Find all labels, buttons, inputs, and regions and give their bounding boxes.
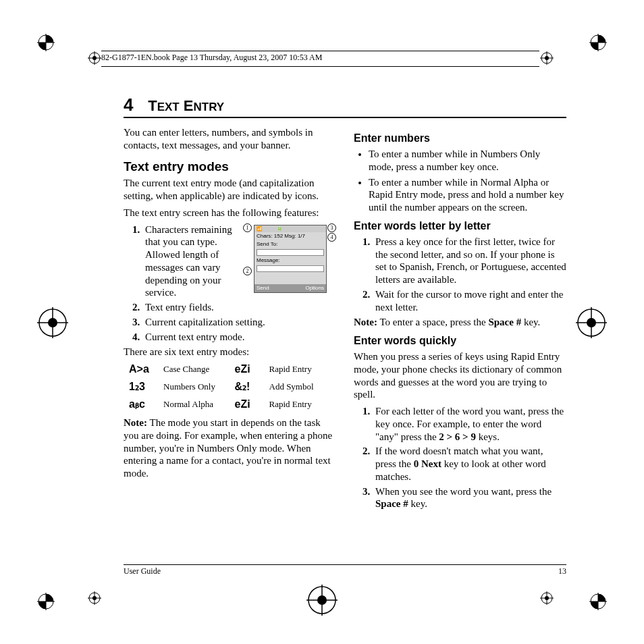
print-header: 82-G1877-1EN.book Page 13 Thursday, Augu… bbox=[101, 51, 539, 67]
svg-point-19 bbox=[545, 56, 549, 60]
note-label: Note: bbox=[124, 417, 147, 428]
body-text: When you press a series of keys using Ra… bbox=[354, 350, 566, 401]
message-input bbox=[257, 265, 324, 272]
svg-point-15 bbox=[92, 56, 97, 60]
intro-text: You can enter letters, numbers, and symb… bbox=[124, 126, 336, 152]
footer-left: User Guide bbox=[124, 566, 161, 576]
case-change-icon: A>a bbox=[129, 363, 159, 376]
chapter-heading: 4 TEXT ENTRY bbox=[124, 95, 566, 118]
mode-label: Add Symbol bbox=[269, 381, 337, 392]
rapid-entry-icon: eZi bbox=[235, 398, 265, 411]
modes-table: A>a Case Change eZi Rapid Entry 1₂3 Numb… bbox=[129, 363, 336, 411]
mode-label: Normal Alpha bbox=[163, 399, 231, 410]
numbers-only-icon: 1₂3 bbox=[129, 380, 159, 394]
note-text: Note: To enter a space, press the Space … bbox=[354, 316, 566, 329]
registration-target-icon bbox=[37, 307, 68, 338]
page-body: 4 TEXT ENTRY You can enter letters, numb… bbox=[124, 95, 566, 576]
callout-2: 2 bbox=[243, 267, 252, 275]
softkey-right: Options bbox=[305, 285, 324, 292]
rapid-entry-icon: eZi bbox=[235, 363, 265, 376]
page-footer: User Guide 13 bbox=[124, 564, 566, 576]
chars-remaining: Chars: 152 Msg: 1/7 bbox=[254, 232, 326, 240]
key-name: Space # bbox=[375, 498, 408, 509]
body-text: The text entry screen has the following … bbox=[124, 207, 336, 219]
phone-screenshot: 1 3 4 2 📶 🔋 Chars: 152 Msg: 1/7 Send To:… bbox=[243, 225, 336, 294]
chapter-title: TEXT ENTRY bbox=[148, 97, 224, 114]
numbered-list: Press a key once for the first letter, t… bbox=[354, 236, 566, 314]
registration-target-icon bbox=[306, 585, 338, 616]
normal-alpha-icon: aᵦc bbox=[129, 398, 159, 411]
mode-label: Numbers Only bbox=[163, 381, 231, 392]
note-text: Note: The mode you start in depends on t… bbox=[124, 417, 336, 480]
crop-mark-icon bbox=[37, 593, 55, 610]
section-heading-quick: Enter words quickly bbox=[354, 334, 566, 348]
mode-label: Rapid Entry bbox=[269, 364, 337, 375]
list-item: If the word doesn't match what you want,… bbox=[373, 445, 566, 483]
header-text: 82-G1877-1EN.book Page 13 Thursday, Augu… bbox=[101, 53, 322, 62]
softkey-left: Send bbox=[257, 285, 269, 292]
list-item: Text entry fields. bbox=[142, 301, 336, 314]
crop-mark-icon bbox=[589, 34, 607, 51]
svg-point-35 bbox=[317, 595, 327, 605]
body-text: There are six text entry modes: bbox=[124, 346, 336, 358]
list-item: Wait for the cursor to move right and en… bbox=[373, 288, 566, 314]
list-item: Press a key once for the first letter, t… bbox=[373, 236, 566, 286]
status-bar: 📶 🔋 bbox=[254, 225, 326, 233]
bullet-list: To enter a number while in Numbers Only … bbox=[354, 148, 566, 214]
add-symbol-icon: &₂! bbox=[235, 380, 265, 394]
chapter-number: 4 bbox=[124, 95, 133, 115]
note-label: Note: bbox=[354, 317, 377, 327]
list-item: For each letter of the word you want, pr… bbox=[373, 405, 566, 443]
key-name: 2 > 6 > 9 bbox=[439, 431, 476, 442]
key-name: Space # bbox=[488, 317, 521, 327]
svg-point-31 bbox=[92, 596, 97, 600]
section-heading-modes: Text entry modes bbox=[124, 159, 336, 175]
section-heading-letter: Enter words letter by letter bbox=[354, 219, 566, 233]
footer-page-number: 13 bbox=[558, 566, 566, 576]
list-item: When you see the word you want, press th… bbox=[373, 485, 566, 511]
key-name: 0 Next bbox=[414, 458, 441, 469]
numbered-list: For each letter of the word you want, pr… bbox=[354, 405, 566, 510]
registration-icon bbox=[540, 51, 554, 65]
callout-3: 3 bbox=[327, 223, 336, 232]
callout-1: 1 bbox=[243, 223, 252, 232]
registration-icon bbox=[88, 51, 101, 65]
crop-mark-icon bbox=[589, 593, 607, 610]
svg-point-23 bbox=[48, 318, 57, 327]
right-column: Enter numbers To enter a number while in… bbox=[354, 126, 566, 513]
list-item: Current capitalization setting. bbox=[142, 316, 336, 329]
list-item: Current text entry mode. bbox=[142, 331, 336, 344]
list-item: To enter a number while in Normal Alpha … bbox=[369, 176, 566, 214]
message-label: Message: bbox=[254, 257, 326, 265]
send-to-label: Send To: bbox=[254, 240, 326, 248]
left-column: You can enter letters, numbers, and symb… bbox=[124, 126, 336, 513]
callout-4: 4 bbox=[327, 233, 336, 242]
list-item: To enter a number while in Numbers Only … bbox=[369, 148, 566, 173]
registration-icon bbox=[540, 591, 554, 605]
svg-point-27 bbox=[587, 318, 596, 327]
svg-point-39 bbox=[545, 596, 549, 600]
mode-label: Rapid Entry bbox=[269, 399, 337, 410]
section-heading-numbers: Enter numbers bbox=[354, 132, 566, 145]
send-to-input bbox=[257, 249, 324, 256]
registration-icon bbox=[88, 591, 101, 605]
mode-label: Case Change bbox=[163, 364, 231, 375]
body-text: The current text entry mode (and capital… bbox=[124, 177, 336, 203]
registration-target-icon bbox=[576, 307, 607, 338]
crop-mark-icon bbox=[37, 34, 55, 51]
